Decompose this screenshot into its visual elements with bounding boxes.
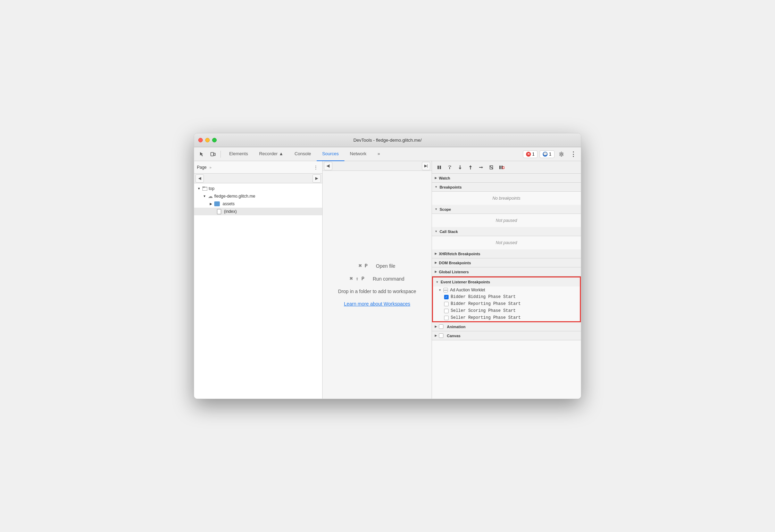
tab-more[interactable]: »: [372, 147, 385, 161]
tree-item-assets[interactable]: ▶ assets: [194, 200, 322, 208]
step-into-button[interactable]: [456, 163, 465, 172]
section-header-canvas[interactable]: ▶ Canvas: [432, 331, 581, 340]
more-options-button[interactable]: ⋮: [568, 149, 578, 159]
section-header-breakpoints[interactable]: ▼ Breakpoints: [432, 183, 581, 192]
section-header-event-listener[interactable]: ▼ Event Listener Breakpoints: [433, 277, 580, 286]
collapse-panel-button[interactable]: ◀: [195, 174, 204, 183]
section-header-scope[interactable]: ▼ Scope: [432, 205, 581, 214]
page-tab-label[interactable]: Page: [197, 165, 207, 170]
svg-point-2: [561, 153, 562, 155]
bidder-bidding-label: Bidder Bidding Phase Start: [451, 294, 516, 299]
global-listeners-expand-icon: ▶: [435, 270, 437, 273]
tab-recorder[interactable]: Recorder ▲: [253, 147, 289, 161]
deactivate-icon: [489, 165, 494, 170]
ad-auction-checkbox[interactable]: [443, 288, 448, 292]
pause-resume-button[interactable]: [435, 163, 444, 172]
minimize-button[interactable]: [205, 138, 210, 142]
right-panel: ▶ Watch ▼ Breakpoints No breakpoints ▼ S…: [432, 161, 581, 399]
error-badge-button[interactable]: ✕ 1: [523, 150, 538, 158]
section-header-global-listeners[interactable]: ▶ Global Listeners: [432, 267, 581, 276]
bidder-bidding-checkbox[interactable]: [444, 295, 449, 299]
inspect-icon-button[interactable]: [197, 149, 207, 159]
tab-network[interactable]: Network: [344, 147, 372, 161]
more-options-tree-button[interactable]: ⋮: [312, 164, 319, 171]
settings-button[interactable]: [557, 149, 566, 159]
pause-exceptions-icon: [499, 165, 505, 170]
breakpoint-seller-scoring[interactable]: Seller Scoring Phase Start: [433, 307, 580, 314]
tree-item-fledge[interactable]: ▼ ☁ fledge-demo.glitch.me: [194, 192, 322, 200]
svg-rect-1: [214, 153, 215, 156]
breakpoints-label: Breakpoints: [440, 185, 462, 189]
left-panel-toolbar: ◀ ▶: [194, 174, 322, 183]
toolbar-right: ✕ 1 💬 1 ⋮: [523, 149, 578, 159]
cloud-icon: ☁: [208, 193, 213, 199]
maximize-button[interactable]: [212, 138, 217, 142]
animation-checkbox[interactable]: [439, 324, 443, 329]
center-nav-left[interactable]: ◀|: [324, 162, 332, 170]
deactivate-breakpoints-button[interactable]: [487, 163, 496, 172]
svg-rect-16: [499, 166, 501, 169]
section-header-watch[interactable]: ▶ Watch: [432, 174, 581, 183]
shortcut-run-command-keys: ⌘ ⇧ P: [350, 276, 364, 282]
error-icon: ✕: [526, 152, 531, 157]
tab-elements[interactable]: Elements: [224, 147, 253, 161]
file-icon-index: [217, 209, 221, 214]
section-header-xhr[interactable]: ▶ XHR/fetch Breakpoints: [432, 249, 581, 258]
svg-rect-6: [440, 166, 441, 169]
main-tabs: Elements Recorder ▲ Console Sources Netw…: [224, 147, 522, 161]
error-count: 1: [532, 152, 535, 157]
svg-rect-5: [438, 166, 439, 169]
tree-item-index[interactable]: (index): [194, 208, 322, 215]
breakpoint-seller-reporting[interactable]: Seller Reporting Phase Start: [433, 314, 580, 321]
top-folder-icon: [202, 186, 207, 191]
bidder-reporting-checkbox[interactable]: [444, 302, 449, 306]
scope-empty: Not paused: [432, 215, 581, 226]
watch-expand-icon: ▶: [435, 176, 437, 180]
expand-arrow-assets: ▶: [209, 202, 213, 206]
section-header-dom[interactable]: ▶ DOM Breakpoints: [432, 258, 581, 267]
seller-scoring-label: Seller Scoring Phase Start: [451, 308, 516, 313]
center-panel: ◀| ▶| ⌘ P Open file ⌘ ⇧ P Run command Dr…: [323, 161, 432, 399]
shortcut-open-file-keys: ⌘ P: [359, 263, 367, 269]
ad-auction-group[interactable]: ▼ Ad Auction Worklet: [433, 286, 580, 293]
ad-auction-expand-icon: ▼: [439, 289, 441, 292]
animation-expand-icon: ▶: [435, 325, 437, 328]
close-button[interactable]: [198, 138, 203, 142]
step-out-button[interactable]: [466, 163, 475, 172]
workspace-learn-more-link[interactable]: Learn more about Workspaces: [344, 301, 410, 307]
svg-marker-14: [482, 166, 483, 168]
seller-reporting-checkbox[interactable]: [444, 316, 449, 320]
breakpoints-content: No breakpoints: [432, 192, 581, 205]
canvas-label: Canvas: [447, 334, 460, 338]
title-bar: DevTools - fledge-demo.glitch.me/: [194, 133, 581, 147]
tree-item-top[interactable]: ▼ top: [194, 185, 322, 192]
canvas-checkbox[interactable]: [439, 333, 443, 338]
tab-sources[interactable]: Sources: [317, 147, 344, 161]
section-header-call-stack[interactable]: ▼ Call Stack: [432, 227, 581, 236]
call-stack-empty: Not paused: [432, 238, 581, 248]
device-icon: [210, 151, 216, 157]
call-stack-content: Not paused: [432, 236, 581, 249]
info-icon: 💬: [543, 152, 548, 157]
tree-label-index: (index): [224, 209, 237, 214]
step-over-button[interactable]: [445, 163, 454, 172]
device-mode-button[interactable]: [208, 149, 218, 159]
tree-label-fledge: fledge-demo.glitch.me: [214, 194, 255, 199]
step-into-icon: [458, 165, 462, 170]
info-badge-button[interactable]: 💬 1: [540, 150, 555, 158]
breakpoint-bidder-reporting[interactable]: Bidder Reporting Phase Start: [433, 300, 580, 307]
step-button[interactable]: [476, 163, 485, 172]
tree-label-assets: assets: [223, 201, 235, 206]
expand-panel-button[interactable]: ▶: [312, 174, 321, 183]
section-header-animation[interactable]: ▶ Animation: [432, 322, 581, 331]
xhr-expand-icon: ▶: [435, 252, 437, 255]
cursor-icon: [199, 151, 205, 157]
step-over-icon: [447, 165, 452, 170]
center-nav-right[interactable]: ▶|: [422, 162, 430, 170]
breakpoint-bidder-bidding[interactable]: Bidder Bidding Phase Start: [433, 293, 580, 300]
tab-console[interactable]: Console: [289, 147, 317, 161]
toolbar-separator-1: [220, 151, 221, 158]
seller-scoring-checkbox[interactable]: [444, 309, 449, 313]
pause-exceptions-button[interactable]: [497, 163, 506, 172]
tree-label-top: top: [209, 186, 215, 191]
